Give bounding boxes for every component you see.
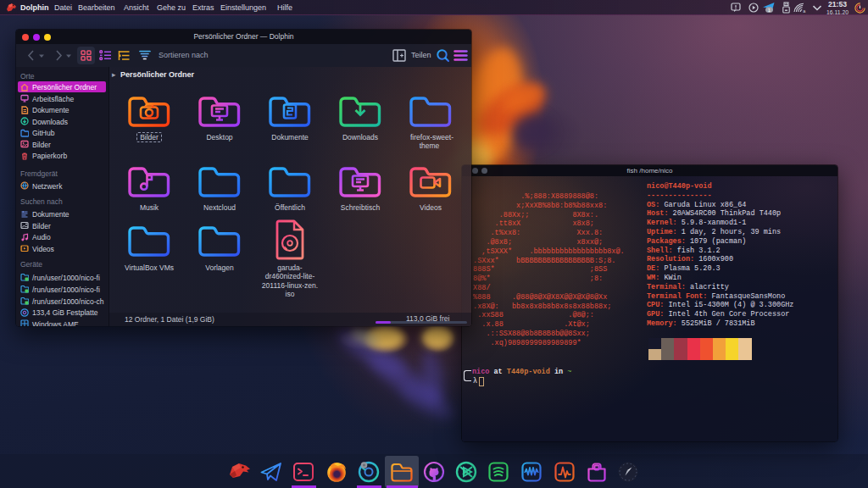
svg-text:a: a (803, 8, 806, 14)
